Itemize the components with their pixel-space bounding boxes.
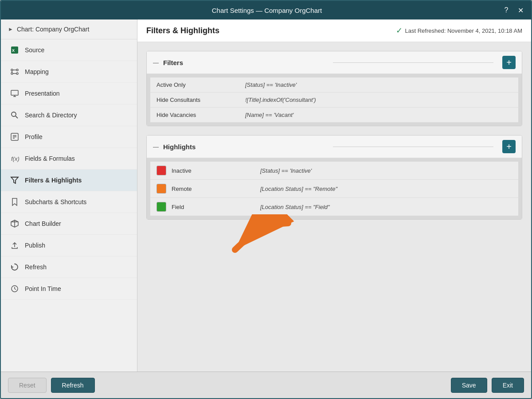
bottom-bar-left: Reset Refresh	[8, 378, 95, 393]
filter-row-hide-consultants[interactable]: Hide Consultants ![Title].indexOf('Consu…	[150, 93, 518, 108]
search-icon	[10, 110, 20, 120]
panel-title: Filters & Highlights	[146, 26, 219, 35]
highlights-section-title: Highlights	[163, 143, 324, 151]
highlights-add-button[interactable]: +	[502, 140, 516, 153]
sidebar-item-refresh-label: Refresh	[25, 263, 47, 271]
highlight-expr-remote: [Location Status] == "Remote"	[260, 186, 512, 192]
refresh-icon	[10, 262, 20, 272]
mapping-icon	[10, 67, 20, 77]
sidebar-item-subcharts[interactable]: Subcharts & Shortcuts	[1, 191, 137, 213]
clock-icon	[10, 284, 20, 294]
refresh-button[interactable]: Refresh	[51, 378, 95, 393]
filters-section-header: — Filters +	[147, 51, 522, 74]
highlight-name-inactive: Inactive	[172, 167, 260, 174]
sidebar-items-list: X Source	[1, 39, 137, 372]
filter-name-hide-consultants: Hide Consultants	[156, 97, 245, 103]
filter-name-hide-vacancies: Hide Vacancies	[156, 112, 245, 118]
publish-icon	[10, 240, 20, 250]
panel-body: — Filters + Active Only [Status] == 'Ina…	[137, 42, 531, 372]
filters-section-body: Active Only [Status] == 'Inactive' Hide …	[147, 74, 522, 126]
exit-button[interactable]: Exit	[492, 378, 524, 393]
highlight-row-inactive[interactable]: Inactive [Status] == 'Inactive'	[150, 162, 518, 180]
sidebar-item-presentation-label: Presentation	[25, 90, 60, 97]
highlights-collapse-button[interactable]: —	[153, 143, 159, 150]
sidebar-item-fields-formulas-label: Fields & Formulas	[25, 155, 75, 162]
window-title: Chart Settings — Company OrgChart	[33, 7, 501, 14]
main-content: ► Chart: Company OrgChart X Source	[1, 19, 531, 372]
sidebar-item-publish-label: Publish	[25, 242, 45, 249]
close-button[interactable]: ✕	[515, 5, 526, 15]
sidebar-item-point-in-time-label: Point In Time	[25, 285, 61, 292]
formula-icon: f(x)	[10, 154, 20, 163]
sidebar-item-source[interactable]: X Source	[1, 39, 137, 61]
profile-icon	[10, 132, 20, 142]
sidebar-item-chart-builder[interactable]: Chart Builder	[1, 213, 137, 235]
monitor-icon	[10, 89, 20, 98]
filter-row-active-only[interactable]: Active Only [Status] == 'Inactive'	[150, 77, 518, 93]
highlight-name-remote: Remote	[172, 186, 260, 192]
bottom-bar: Reset Refresh Save Exit	[1, 372, 531, 398]
highlight-expr-inactive: [Status] == 'Inactive'	[260, 167, 512, 174]
main-window: Chart Settings — Company OrgChart ? ✕ ► …	[0, 0, 532, 399]
sidebar-item-mapping[interactable]: Mapping	[1, 61, 137, 83]
sidebar-item-point-in-time[interactable]: Point In Time	[1, 278, 137, 300]
sidebar-item-profile-label: Profile	[25, 133, 43, 140]
highlight-expr-field: [Location Status] == "Field"	[260, 204, 512, 210]
check-icon: ✓	[396, 26, 403, 35]
highlight-color-inactive	[156, 166, 166, 175]
svg-text:X: X	[12, 48, 15, 53]
bookmark-icon	[10, 197, 20, 207]
last-refreshed-text: Last Refreshed: November 4, 2021, 10:18 …	[405, 27, 523, 34]
cube-icon	[10, 219, 20, 229]
filters-section-title: Filters	[163, 59, 324, 66]
titlebar: Chart Settings — Company OrgChart ? ✕	[1, 1, 531, 19]
filters-add-button[interactable]: +	[502, 56, 516, 69]
sidebar-item-refresh[interactable]: Refresh	[1, 256, 137, 278]
svg-point-4	[11, 73, 13, 74]
excel-icon: X	[10, 45, 20, 55]
highlight-color-remote	[156, 184, 166, 194]
svg-point-3	[16, 69, 18, 71]
sidebar-item-presentation[interactable]: Presentation	[1, 83, 137, 105]
sidebar-item-profile[interactable]: Profile	[1, 126, 137, 148]
filter-expr-active-only: [Status] == 'Inactive'	[245, 81, 512, 88]
filter-expr-hide-consultants: ![Title].indexOf('Consultant')	[245, 97, 512, 103]
highlights-divider-line	[333, 147, 494, 147]
chevron-right-icon: ►	[8, 26, 13, 32]
help-button[interactable]: ?	[501, 5, 512, 15]
filters-collapse-button[interactable]: —	[153, 59, 159, 66]
last-refreshed: ✓ Last Refreshed: November 4, 2021, 10:1…	[396, 26, 523, 35]
svg-line-25	[15, 289, 16, 290]
sidebar-item-filters-highlights[interactable]: Filters & Highlights	[1, 170, 137, 191]
sidebar-chart-header[interactable]: ► Chart: Company OrgChart	[1, 19, 137, 39]
panel-header: Filters & Highlights ✓ Last Refreshed: N…	[137, 19, 531, 42]
sidebar: ► Chart: Company OrgChart X Source	[1, 19, 137, 372]
highlight-row-field[interactable]: Field [Location Status] == "Field"	[150, 198, 518, 216]
sidebar-item-fields-formulas[interactable]: f(x) Fields & Formulas	[1, 148, 137, 170]
save-button[interactable]: Save	[451, 378, 487, 393]
filter-icon	[10, 175, 20, 185]
sidebar-item-chart-builder-label: Chart Builder	[25, 220, 61, 227]
svg-line-13	[16, 116, 18, 118]
sidebar-chart-label: Chart: Company OrgChart	[17, 26, 89, 33]
sidebar-item-search-directory[interactable]: Search & Directory	[1, 105, 137, 126]
main-panel: Filters & Highlights ✓ Last Refreshed: N…	[137, 19, 531, 372]
svg-point-12	[12, 112, 16, 116]
highlights-section: — Highlights + Inactive [Status] == 'Ina…	[146, 135, 522, 220]
panel-wrapper: Filters & Highlights ✓ Last Refreshed: N…	[137, 19, 531, 372]
reset-button[interactable]: Reset	[8, 378, 47, 393]
bottom-bar-right: Save Exit	[451, 378, 524, 393]
highlight-color-field	[156, 202, 166, 212]
svg-marker-19	[11, 177, 18, 183]
svg-text:f(x): f(x)	[11, 155, 19, 162]
filter-expr-hide-vacancies: [Name] == 'Vacant'	[245, 112, 512, 118]
sidebar-item-subcharts-label: Subcharts & Shortcuts	[25, 198, 86, 205]
highlights-section-header: — Highlights +	[147, 136, 522, 158]
highlight-name-field: Field	[172, 204, 260, 210]
sidebar-item-mapping-label: Mapping	[25, 68, 49, 75]
filter-row-hide-vacancies[interactable]: Hide Vacancies [Name] == 'Vacant'	[150, 108, 518, 122]
svg-point-5	[16, 73, 18, 74]
sidebar-item-search-directory-label: Search & Directory	[25, 112, 77, 119]
highlight-row-remote[interactable]: Remote [Location Status] == "Remote"	[150, 180, 518, 198]
sidebar-item-publish[interactable]: Publish	[1, 235, 137, 256]
